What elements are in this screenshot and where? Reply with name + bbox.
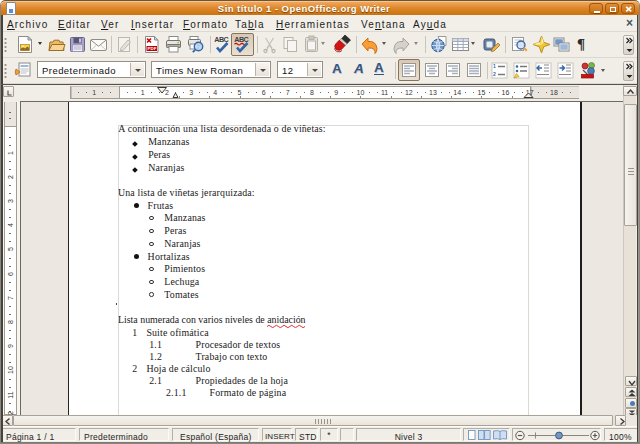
- svg-text:2: 2: [493, 71, 496, 77]
- svg-text:1: 1: [493, 63, 496, 69]
- svg-text:PDF: PDF: [148, 46, 157, 51]
